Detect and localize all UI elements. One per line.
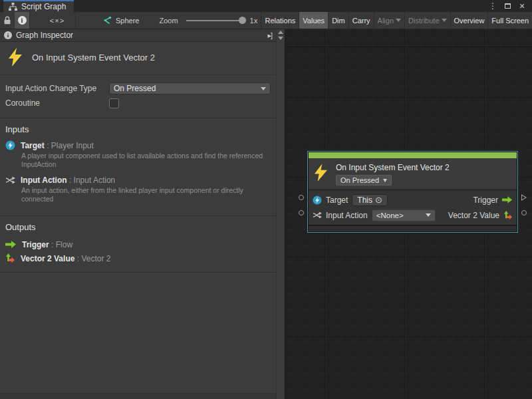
distribute-button[interactable]: Distribute [404,12,450,29]
info-icon: i [18,16,27,25]
change-type-label: Input Action Change Type [5,84,109,93]
graph-toolbar: i <×> Sphere Zoom 1x Relations Values Di… [0,12,532,29]
lightning-bolt-icon [8,48,23,66]
node-settings: Input Action Change Type On Pressed Coro… [0,75,276,118]
inspector-header: i Graph Inspector ▸] [0,29,276,42]
output-port-doc: Trigger : Flow Vector 2 Value : [0,237,276,267]
fullscreen-button[interactable]: Full Screen [487,12,532,29]
node-footer [309,225,517,231]
graph-canvas[interactable]: On Input System Event Vector 2 On Presse… [285,29,532,399]
info-icon: i [4,31,12,39]
inspector-scrollbar[interactable] [276,29,285,399]
dim-button[interactable]: Dim [328,12,348,29]
change-type-dropdown[interactable]: On Pressed [109,82,271,94]
relations-button[interactable]: Relations [261,12,299,29]
target-input-port[interactable] [299,195,304,200]
vector2-icon [5,253,15,263]
toolbar-divider [75,12,76,29]
outputs-section: Outputs Trigger : Flow [0,216,276,273]
scroll-up-button[interactable] [277,29,285,35]
inspector-title: Graph Inspector [16,31,73,40]
target-label: Target [326,196,348,205]
inspector-toggle-button[interactable]: i [15,12,29,29]
dock-icon[interactable]: ▸] [267,31,272,40]
coroutine-label: Coroutine [5,98,109,108]
lock-button[interactable] [0,12,15,29]
target-port-icon [313,196,322,205]
chevron-down-icon [442,19,447,22]
trigger-output-port[interactable] [521,194,527,201]
port-description: A player input component used to list av… [21,152,267,169]
node-change-type-dropdown[interactable]: On Pressed [336,175,392,186]
node-body: Target This ⊙ Trigger [309,190,517,225]
triangle-down-icon [278,37,283,40]
coroutine-checkbox[interactable] [109,98,119,108]
graph-breadcrumb[interactable]: Sphere [102,12,139,29]
window-tab-bar: Script Graph ⋮ × [0,0,532,12]
zoom-slider[interactable] [186,20,245,21]
input-action-port-icon [313,211,322,219]
node-title: On Input System Event Vector 2 [336,163,450,172]
close-icon[interactable]: × [516,1,528,11]
graph-inspector-panel: i Graph Inspector ▸] On Input System Eve… [0,29,285,399]
scroll-down-button[interactable] [277,35,285,41]
zoom-control: Zoom 1x [159,12,257,29]
chevron-down-icon [396,19,401,22]
flow-arrow-icon [502,196,513,203]
node-title-text: On Input System Event Vector 2 [32,53,155,63]
node-header[interactable]: On Input System Event Vector 2 On Presse… [309,158,517,190]
chevron-down-icon [261,87,266,90]
graph-node-icon [102,16,112,25]
tab-script-graph[interactable]: Script Graph [3,0,74,12]
script-graph-icon [9,3,17,11]
node-row-input-action: Input Action <None> Vector 2 Value [313,207,513,223]
lock-icon [3,16,11,25]
tab-label: Script Graph [21,2,66,11]
port-description: An input action, either from the linked … [21,186,267,203]
vector2-value-port-label: Vector 2 Value [448,211,499,220]
flow-arrow-icon [5,241,17,248]
input-action-port-icon [5,176,15,185]
lightning-bolt-icon [314,164,328,186]
zoom-label: Zoom [159,17,178,25]
inputs-section: Inputs Target : Player Input A [0,118,276,216]
zoom-slider-handle[interactable] [239,17,246,24]
object-picker-icon[interactable]: ⊙ [375,197,382,203]
triangle-up-icon [278,31,283,34]
inputs-heading: Inputs [0,118,276,140]
node-summary: On Input System Event Vector 2 [0,42,276,75]
carry-button[interactable]: Carry [348,12,374,29]
input-action-dropdown[interactable]: <None> [372,209,436,221]
trigger-port-label: Trigger [473,196,498,205]
vector2-icon [503,211,513,220]
code-icon: <×> [50,17,65,25]
chevron-down-icon [426,213,431,217]
menu-icon[interactable]: ⋮ [487,1,499,11]
panel-footer [0,393,276,399]
input-action-label: Input Action [326,211,368,220]
overview-button[interactable]: Overview [450,12,488,29]
graph-object-label: Sphere [116,17,139,25]
window-controls: ⋮ × [487,0,532,12]
vector2-output-port[interactable] [521,210,527,215]
maximize-icon[interactable] [501,1,513,11]
chevron-down-icon [383,179,387,182]
toolbar-divider [29,12,30,29]
csharp-preview-button[interactable]: <×> [39,12,75,29]
align-button[interactable]: Align [374,12,404,29]
toolbar-right-group: Relations Values Dim Carry Align Distrib… [261,12,532,29]
target-port-icon [5,140,15,150]
input-port-doc: Target : Player Input A player input com… [0,140,276,210]
node-accent-bar [309,152,517,158]
event-node[interactable]: On Input System Event Vector 2 On Presse… [307,151,518,233]
input-action-input-port[interactable] [299,210,304,215]
outputs-heading: Outputs [0,216,276,237]
target-object-field[interactable]: This ⊙ [352,194,388,206]
zoom-value: 1x [250,17,258,25]
values-button[interactable]: Values [299,12,328,29]
node-row-target: Target This ⊙ Trigger [313,192,513,207]
